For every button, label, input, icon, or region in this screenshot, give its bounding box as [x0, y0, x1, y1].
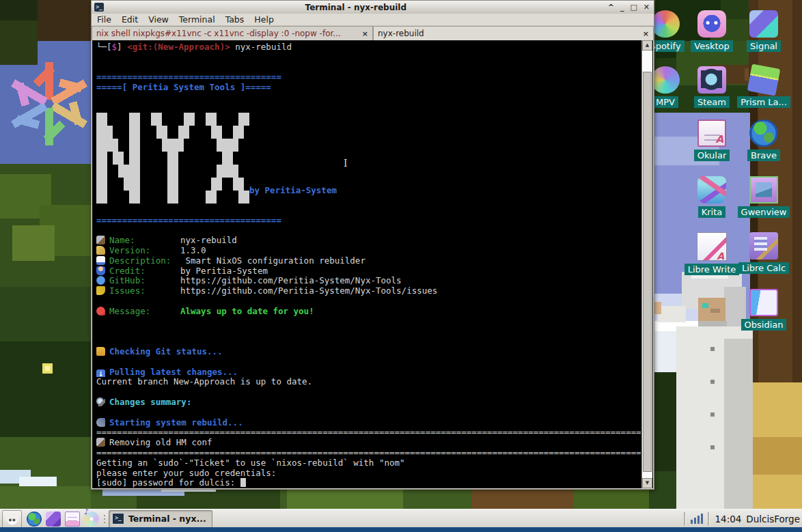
terminal-line: Description: Smart NixOS configuration r…: [96, 256, 641, 266]
desktop-icon-libre-calc[interactable]: Libre Calc: [738, 232, 790, 274]
terminal-line: [96, 53, 641, 63]
terminal-line: Getting an `sudo`-"Ticket" to use `nixos…: [96, 458, 641, 468]
info-label: Name:: [109, 236, 180, 246]
close-tab-icon[interactable]: ×: [643, 29, 649, 38]
prism-icon: [747, 64, 781, 96]
desktop-icon-label: Steam: [694, 96, 730, 108]
desktop-icon-brave[interactable]: Brave: [738, 120, 790, 161]
desktop-icon-prism-la-[interactable]: Prism La...: [738, 66, 790, 108]
desktop-icon-label: Obsidian: [741, 319, 787, 331]
tab-label: nyx-rebuild: [378, 29, 639, 38]
window-titlebar[interactable]: >_ Terminal - nyx-rebuild ^_□✕: [92, 1, 654, 14]
menu-file[interactable]: File: [97, 14, 111, 25]
text-span: Changes summary:: [109, 397, 191, 407]
tray-separator: [684, 512, 686, 526]
wrench-icon: [96, 418, 105, 427]
window-title: Terminal - nyx-rebuild: [104, 3, 608, 12]
launcher-browser-globe-icon[interactable]: [26, 511, 42, 527]
info-label: GitHub:: [109, 276, 180, 286]
menu-help[interactable]: Help: [254, 14, 274, 25]
maximize-button[interactable]: □: [630, 3, 637, 12]
librecalc-icon: [749, 232, 778, 260]
tab-2[interactable]: nyx-rebuild×: [373, 26, 654, 40]
desktop-icon-label: Prism La...: [737, 96, 790, 108]
close-tab-icon[interactable]: ×: [362, 29, 368, 38]
steam-icon: [697, 66, 726, 94]
person-icon: [96, 266, 105, 275]
taskbar-separator: [102, 512, 107, 527]
terminal-line: Removing old HM conf: [96, 438, 641, 448]
terminal-line: =====[ Peritia System Tools ]=====: [96, 83, 641, 93]
launcher-signal-box-icon[interactable]: [45, 511, 61, 527]
minimize-button[interactable]: _: [620, 3, 624, 12]
terminal-line: [96, 206, 641, 216]
app-menu-button[interactable]: [2, 510, 22, 528]
terminal-line: Message:Always up to date for you!: [96, 307, 641, 317]
terminal-output[interactable]: └─[$] <git:(New-Approach)> nyx-rebuild =…: [96, 42, 641, 488]
tab-1[interactable]: nix shell nixpkgs#x11vnc -c x11vnc -disp…: [92, 26, 373, 40]
launcher-notes-icon[interactable]: [64, 511, 81, 527]
host-label: DulcisForge: [746, 514, 800, 524]
menu-view[interactable]: View: [148, 14, 169, 25]
nyx-ascii-art: by Peritia-System: [96, 103, 641, 206]
taskbar: >_ Terminal - nyx... 14:04 DulcisForge: [0, 509, 802, 532]
desktop-icon-label: Brave: [747, 150, 780, 161]
desktop-icon-steam[interactable]: Steam: [686, 66, 738, 108]
task-button-label: Terminal - nyx...: [128, 514, 206, 524]
desktop-icon-signal[interactable]: Signal: [738, 10, 790, 52]
menu-terminal[interactable]: Terminal: [179, 14, 215, 25]
terminal-line: ====================================: [96, 216, 641, 226]
terminal-app-icon: >_: [94, 3, 104, 12]
terminal-scrollbar[interactable]: ▲ ▼: [641, 40, 652, 488]
clock[interactable]: 14:04: [715, 514, 741, 524]
terminal-window[interactable]: >_ Terminal - nyx-rebuild ^_□✕ FileEditV…: [91, 0, 654, 490]
desktop-icon-vesktop[interactable]: Vesktop: [686, 10, 738, 52]
spotify-icon: [651, 10, 680, 38]
mpv-icon: [651, 66, 680, 94]
block-cursor: [240, 478, 246, 487]
text-span: ]: [117, 42, 127, 52]
info-value: https://github.com/Peritia-System/Nyx-To…: [180, 276, 402, 285]
librewrite-icon: [697, 232, 727, 261]
text-span: ====================================: [96, 216, 281, 225]
vesktop-icon: [697, 10, 726, 38]
menu-edit[interactable]: Edit: [122, 14, 138, 25]
phone-icon: [96, 286, 105, 295]
shade-button[interactable]: ^: [608, 3, 614, 12]
desktop-icon-okular[interactable]: Okular: [686, 120, 738, 161]
desktop-icon-libre-write[interactable]: Libre Write: [686, 232, 738, 275]
notes-icon: [65, 512, 80, 527]
terminal-line: [96, 326, 641, 337]
desktop-icon-obsidian[interactable]: Obsidian: [738, 289, 790, 331]
terminal-line: Credit:by Peritia-System: [96, 266, 641, 277]
menu-tabs[interactable]: Tabs: [225, 14, 245, 25]
tab-label: nix shell nixpkgs#x11vnc -c x11vnc -disp…: [96, 29, 341, 38]
info-value: Always up to date for you!: [180, 307, 314, 316]
terminal-line: Starting system rebuild...: [96, 418, 641, 428]
scroll-up-icon[interactable]: ▲: [642, 40, 652, 51]
terminal-content[interactable]: └─[$] <git:(New-Approach)> nyx-rebuild =…: [92, 40, 653, 488]
desktop-icon-krita[interactable]: Krita: [686, 176, 738, 218]
terminal-line: Pulling latest changes...: [96, 367, 641, 378]
desktop-icon-gwenview[interactable]: Gwenview: [738, 176, 790, 218]
task-button-terminal[interactable]: >_ Terminal - nyx...: [109, 510, 212, 528]
down-icon: [96, 369, 105, 378]
separator-line: ========================================…: [96, 448, 641, 458]
terminal-line: GitHub:https://github.com/Peritia-System…: [96, 276, 641, 286]
terminal-line: [96, 225, 641, 236]
art-byline: by Peritia-System: [249, 185, 337, 195]
scrollbar-thumb[interactable]: [643, 72, 652, 472]
tag-icon: [96, 246, 105, 255]
terminal-line: Version:1.3.0: [96, 246, 641, 256]
terminal-line: Issues:https://github.com/Peritia-System…: [96, 286, 641, 296]
launcher-music-disc-icon[interactable]: [83, 511, 100, 527]
mascot-icon: [5, 513, 19, 524]
close-button[interactable]: ✕: [644, 3, 650, 12]
bar-chart-icon[interactable]: [691, 514, 703, 524]
scroll-down-icon[interactable]: ▼: [642, 478, 652, 488]
terminal-line: [sudo] password for dulcis:: [96, 478, 641, 488]
terminal-line: [96, 63, 641, 73]
signal-box-icon: [46, 512, 61, 527]
folder-icon: [96, 347, 105, 356]
tray-separator: [708, 512, 710, 526]
